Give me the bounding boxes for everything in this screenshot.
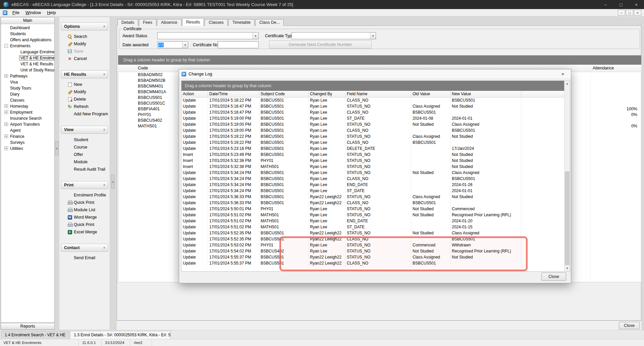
minimize-icon[interactable]: − [598,0,613,9]
mdi-minimize-icon[interactable]: − [618,10,625,15]
changelog-row[interactable]: Insert17/01/2024 5:32:38 PMPHY01Ryan Lee… [181,158,564,164]
changelog-row[interactable]: Update17/01/2024 5:36:33 PMBSBCUS501Ryan… [181,200,564,206]
tab-details[interactable]: Details [117,19,138,26]
date-awarded-select[interactable]: / / ▾ [157,41,188,48]
nav-item-add-new-program[interactable]: Add New Program... [61,110,108,118]
changelog-row[interactable]: Update17/01/2024 5:54:02 PMBSBCUS402Ryan… [181,248,564,254]
scroll-up-icon[interactable]: ▲ [565,81,570,86]
mdi-close-icon[interactable]: × [634,10,641,15]
changelog-row[interactable]: Update17/01/2024 5:19:22 PMBSBCUS501Ryan… [181,140,564,146]
sidebar-item-employment[interactable]: +Employment [1,109,54,115]
tree-expand-icon[interactable]: + [4,74,8,78]
changelog-row[interactable]: Update17/01/2024 5:52:35 PMBSBCUS501Ryan… [181,236,564,242]
column-header-old-value[interactable]: Old Value [411,91,450,98]
sidebar-item-airport-transfers[interactable]: +Airport Transfers [1,121,54,127]
column-header-new-value[interactable]: New Value [450,91,521,98]
sidebar-item-insurance-search[interactable]: Insurance Search [1,115,54,121]
changelog-row[interactable]: Update17/01/2024 5:55:37 PMBSBCUS501Ryan… [181,254,564,261]
column-header-attendance[interactable]: Attendance [593,66,614,70]
collapse-left-icon[interactable]: « [55,141,59,155]
column-header-changed-by[interactable]: Changed By [309,91,345,98]
certificate-type-select[interactable]: ▾ [291,32,376,39]
changelog-row[interactable]: Update17/01/2024 5:19:00 PMBSBCUS501Ryan… [181,128,564,134]
dialog-group-by-panel[interactable]: Drag a column header to group by that co… [181,81,564,91]
changelog-row[interactable]: Insert17/01/2024 5:32:38 PMMATHS01Ryan L… [181,164,564,170]
nav-item-send-email[interactable]: Send Email [61,254,108,262]
nav-item-result-audit-trail[interactable]: Result Audit Trail [61,166,108,173]
tab-results[interactable]: Results [182,18,204,26]
sidebar-item-agent[interactable]: Agent [1,127,54,133]
vertical-scrollbar[interactable]: ▲ ▼ [564,81,570,271]
sidebar-item-pathways[interactable]: +Pathways [1,73,54,79]
changelog-row[interactable]: Update17/01/2024 5:34:24 PMBSBCUS501Ryan… [181,188,564,194]
sidebar-item-study-tours[interactable]: Study Tours [1,85,54,91]
sidebar-item-visa[interactable]: Visa [1,79,54,85]
changelog-row[interactable]: Update17/01/2024 5:16:47 PMBSBCUS501Ryan… [181,110,564,116]
column-header-subject-code[interactable]: Subject Code [259,91,309,98]
award-status-select[interactable]: ▾ [157,32,259,39]
nav-item-quick-print[interactable]: Quick Print [61,221,108,228]
nav-group-header-contact[interactable]: Contact» [61,244,108,252]
tree-expand-icon[interactable]: + [4,147,8,150]
nav-group-header-view[interactable]: View» [61,126,108,134]
nav-item-modify[interactable]: Modify [61,40,108,48]
sidebar-item-students[interactable]: Students [1,31,54,37]
options-splitter[interactable]: « [110,17,116,330]
menu-window[interactable]: Window [22,9,44,16]
sidebar-item-homestay[interactable]: +Homestay [1,103,54,109]
sidebar-item-enrolments[interactable]: -Enrolments [1,43,54,49]
changelog-row[interactable]: Update17/01/2024 5:34:24 PMBSBCUS501Ryan… [181,176,564,182]
changelog-row[interactable]: Update17/01/2024 5:51:02 PMMATHS01Ryan L… [181,218,564,224]
column-header-code[interactable]: Code [138,66,148,70]
mdi-restore-icon[interactable]: □ [626,10,633,15]
sidebar-item-vet-he-results[interactable]: VET & HE Results [1,61,54,67]
changelog-row[interactable]: Update17/01/2024 5:55:37 PMBSBCUS501Ryan… [181,261,564,267]
sidebar-item-classes[interactable]: Classes [1,97,54,103]
scroll-down-icon[interactable]: ▼ [565,266,570,271]
changelog-row[interactable]: Update17/01/2024 5:19:00 PMBSBCUS501Ryan… [181,122,564,128]
sidebar-item-offers-and-applications[interactable]: Offers and Applications [1,37,54,43]
sidebar-item-surveys[interactable]: Surveys [1,139,54,146]
changelog-row[interactable]: Update17/01/2024 5:19:22 PMBSBCUS501Ryan… [181,134,564,140]
tree-collapse-icon[interactable]: - [4,44,8,48]
group-by-panel[interactable]: Drag a column header to group by that co… [118,55,641,65]
nav-item-course[interactable]: Course [61,143,108,151]
changelog-row[interactable]: Update17/01/2024 5:34:24 PMBSBCUS501Ryan… [181,182,564,188]
tree-expand-icon[interactable]: + [4,110,8,114]
nav-item-word-merge[interactable]: WWord Merge [61,214,108,221]
changelog-row[interactable]: Update17/01/2024 5:34:24 PMBSBCUS501Ryan… [181,170,564,176]
tree-expand-icon[interactable]: + [4,134,8,138]
tab-absence[interactable]: Absence [157,19,181,26]
dialog-titlebar[interactable]: Change Log × [179,69,571,79]
sidebar-item-utilities[interactable]: +Utilities [1,146,54,152]
sidebar-item-unit-of-study-results[interactable]: Unit of Study Results [1,67,54,73]
nav-item-delete[interactable]: Delete [61,96,108,103]
changelog-row[interactable]: Update17/01/2024 5:16:47 PMBSBCUS501Ryan… [181,104,564,110]
tab-classes[interactable]: Classes [205,19,227,26]
nav-item-search[interactable]: Search [61,33,108,40]
sidebar-item-diary[interactable]: Diary [1,91,54,97]
changelog-row[interactable]: Update17/01/2024 5:51:02 PMMATHS01Ryan L… [181,212,564,218]
nav-item-cancel[interactable]: ×Cancel [61,55,108,62]
changelog-row[interactable]: Update17/01/2024 5:53:02 PMPHY01Ryan Lee… [181,242,564,248]
nav-item-enrolment-profile[interactable]: Enrolment Profile [61,191,108,199]
tab-timetable[interactable]: Timetable [228,19,255,26]
changelog-row[interactable]: Update17/01/2024 5:50:01 PMPHY01Ryan Lee… [181,206,564,212]
scrollbar-thumb[interactable] [565,171,570,265]
maximize-icon[interactable]: □ [613,0,629,9]
nav-group-header-options[interactable]: Options» [61,22,108,31]
changelog-row[interactable]: Update17/01/2024 5:36:33 PMBSBCUS501Ryan… [181,194,564,200]
nav-item-offer[interactable]: Offer [61,151,108,158]
column-header-field-name[interactable]: Field Name [345,91,411,98]
reports-bar[interactable]: Reports [1,323,55,330]
sidebar-splitter[interactable]: « [55,17,59,330]
menu-help[interactable]: Help [44,9,59,16]
nav-item-modify[interactable]: Modify [61,88,108,96]
dialog-close-button[interactable]: Close [541,273,566,281]
nav-item-quick-print[interactable]: Quick Print [61,199,108,206]
tree-expand-icon[interactable]: + [4,122,8,126]
nav-item-student[interactable]: Student [61,136,108,143]
certificate-no-input[interactable] [218,41,259,48]
sidebar-item-finance[interactable]: +Finance [1,133,54,139]
nav-group-header-he-results[interactable]: HE Results» [61,70,108,78]
